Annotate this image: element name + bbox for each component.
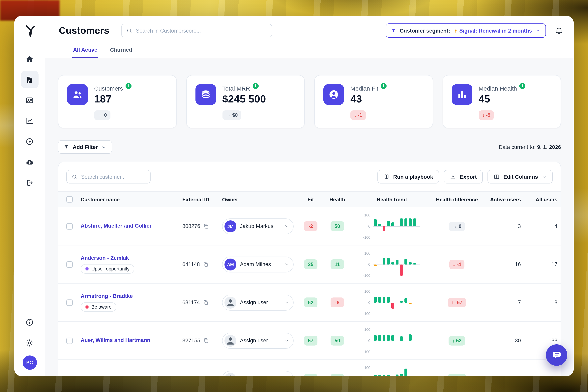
sidebar-bottom	[21, 313, 38, 352]
trend-bar	[391, 262, 394, 264]
building-icon	[26, 75, 34, 84]
topbar: Customers Customer segment: Signal: Rene…	[45, 16, 574, 58]
chevron-down-icon	[284, 262, 289, 267]
trend-bar	[400, 301, 403, 302]
trend-bar	[391, 222, 394, 226]
sidebar-item-building[interactable]	[21, 71, 38, 88]
user-icon	[225, 373, 236, 376]
bell-icon	[555, 26, 563, 35]
notifications-button[interactable]	[555, 26, 563, 35]
cloud-download-icon	[26, 158, 34, 166]
trend-bar	[404, 369, 407, 376]
trend-bar	[404, 218, 407, 226]
health-badge: 50	[331, 336, 344, 346]
chat-icon	[551, 350, 562, 360]
trend-bar	[404, 298, 407, 302]
customer-tag: Upsell opportunity	[81, 264, 134, 274]
search-icon	[126, 28, 132, 34]
active-users-value: 7	[518, 300, 521, 306]
owner-select[interactable]: AMAdam Milnes	[222, 256, 294, 272]
add-filter-button[interactable]: Add Filter	[58, 140, 112, 154]
info-icon	[26, 318, 34, 326]
row-checkbox[interactable]	[66, 338, 73, 344]
customer-segment-select[interactable]: Customer segment: Signal: Renewal in 2 m…	[386, 24, 546, 38]
run-a-playbook-button[interactable]: Run a playbook	[377, 170, 439, 184]
sidebar-item-sign-out[interactable]	[21, 174, 38, 192]
tag-dot	[86, 267, 89, 270]
user-icon	[225, 334, 236, 346]
data-current-date: 9. 1. 2026	[537, 144, 561, 150]
customer-name-link[interactable]: Anderson - Zemlak	[81, 255, 129, 261]
global-search-input[interactable]	[136, 28, 267, 34]
stat-label: Total MRR	[222, 84, 250, 92]
sidebar-item-info[interactable]	[21, 313, 38, 331]
assign-user-select[interactable]: Assign user	[222, 294, 294, 310]
row-checkbox[interactable]	[66, 223, 73, 229]
sidebar-item-contacts[interactable]	[21, 91, 38, 109]
sidebar-item-chart-line[interactable]	[21, 112, 38, 130]
health-difference-badge: ↓ -57	[448, 298, 466, 307]
stat-label: Median Health	[478, 84, 517, 92]
copy-icon[interactable]	[203, 223, 209, 229]
assign-user-select[interactable]: Assign user	[222, 371, 294, 376]
chevron-down-icon	[284, 224, 289, 229]
info-icon[interactable]: i	[125, 83, 131, 89]
sidebar-item-home[interactable]	[21, 50, 38, 68]
stat-delta-badge: ↓ -1	[350, 110, 366, 120]
copy-icon[interactable]	[203, 261, 209, 267]
trend-bar	[409, 262, 412, 264]
play-icon	[26, 137, 34, 146]
external-id: 681174	[182, 300, 200, 306]
customer-name-link[interactable]: Bahringer Group	[81, 376, 124, 376]
sign-out-icon	[26, 178, 34, 187]
customer-name-link[interactable]: Armstrong - Bradtke	[81, 293, 133, 300]
active-users-value: 16	[515, 261, 521, 267]
stat-card-median-fit: Median Fiti43↓ -1	[314, 75, 433, 128]
copy-icon[interactable]	[203, 376, 209, 376]
zero-line	[373, 226, 420, 226]
info-icon[interactable]: i	[519, 83, 525, 89]
chat-widget-button[interactable]	[546, 344, 567, 366]
user-avatar[interactable]: PC	[23, 356, 37, 370]
customer-search-input[interactable]	[81, 174, 145, 180]
stat-delta-badge: ↓ -5	[478, 110, 494, 120]
copy-icon[interactable]	[203, 300, 209, 306]
owner-select[interactable]: JMJakub Markus	[222, 218, 294, 234]
health-badge: 43	[331, 374, 344, 376]
tab-churned[interactable]: Churned	[109, 45, 133, 58]
sidebar-item-gear[interactable]	[21, 334, 38, 352]
assign-user-select[interactable]: Assign user	[222, 332, 294, 348]
column-header-active-users: Active users	[482, 192, 523, 207]
trend-bar	[378, 336, 381, 340]
export-button[interactable]: Export	[444, 170, 483, 184]
select-all-checkbox[interactable]	[66, 196, 73, 202]
column-header-external-id: External ID	[176, 192, 219, 207]
owner-avatar: JM	[225, 220, 236, 232]
row-checkbox[interactable]	[66, 376, 73, 376]
health-badge: -8	[331, 298, 344, 308]
edit-columns-button[interactable]: Edit Columns	[487, 170, 553, 184]
health-badge: 11	[331, 259, 344, 269]
all-users-value: 17	[551, 261, 557, 267]
trend-bar	[374, 336, 377, 340]
trend-bar	[383, 258, 385, 264]
customer-name-link[interactable]: Auer, Willms and Hartmann	[81, 338, 150, 344]
trend-bar	[374, 375, 377, 376]
stat-card-total-mrr: Total MRRi$245 500→ $0	[186, 75, 305, 128]
trend-bar	[400, 264, 403, 276]
sidebar-item-play[interactable]	[21, 133, 38, 150]
table-row: Armstrong - BradtkeBe aware681174Assign …	[59, 284, 561, 322]
row-checkbox[interactable]	[66, 261, 73, 268]
funnel-icon	[64, 144, 69, 150]
row-checkbox[interactable]	[66, 299, 73, 306]
download-icon	[450, 174, 456, 180]
tab-all-active[interactable]: All Active	[72, 45, 98, 58]
fit-badge: 73	[304, 374, 317, 376]
chevron-down-icon	[284, 300, 289, 305]
sidebar-item-cloud-download[interactable]	[21, 153, 38, 171]
copy-icon[interactable]	[203, 338, 209, 344]
info-icon[interactable]: i	[381, 83, 387, 89]
customers-table: Customer nameExternal IDOwnerFitHealthHe…	[59, 192, 561, 376]
info-icon[interactable]: i	[253, 83, 258, 89]
customer-name-link[interactable]: Abshire, Mueller and Collier	[81, 223, 152, 229]
